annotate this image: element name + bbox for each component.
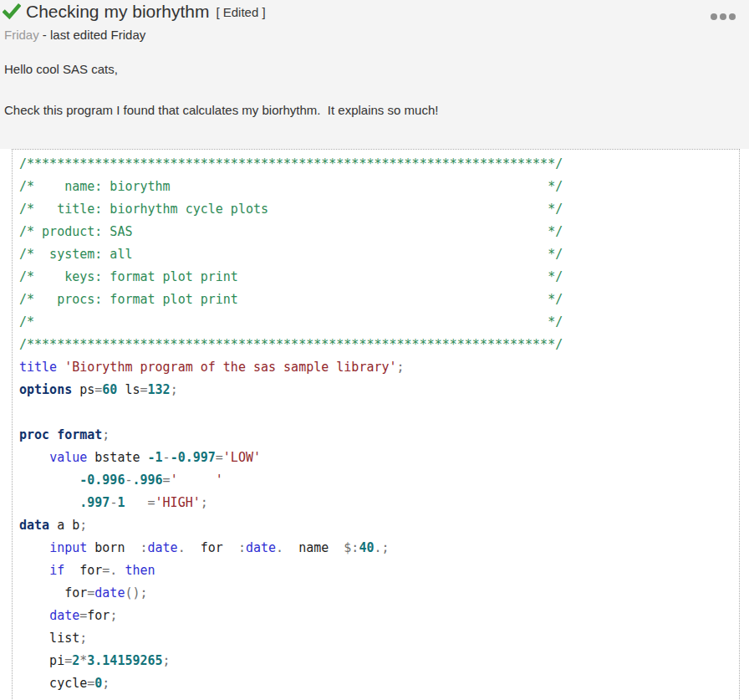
- code-line: pi=2*3.14159265;: [19, 650, 732, 672]
- code-token: /* product: SAS */: [19, 224, 563, 239]
- code-token: .996: [132, 473, 162, 488]
- code-token: ();: [125, 585, 147, 600]
- code-token: 'Biorythm program of the sas sample libr…: [64, 360, 396, 375]
- code-token: /* system: all */: [19, 247, 563, 262]
- code-token: *: [79, 653, 87, 668]
- code-token: -: [163, 450, 171, 465]
- code-token: :: [238, 540, 246, 555]
- code-token: date: [94, 585, 125, 600]
- code-token: bstate: [87, 450, 147, 465]
- code-token: =: [87, 676, 94, 691]
- code-line: data a b;: [19, 514, 732, 537]
- last-edited-note: - last edited Friday: [39, 28, 146, 42]
- code-token: =: [163, 473, 171, 488]
- code-token: /* title: biorhythm cycle plots */: [19, 202, 563, 217]
- code-token: ;: [102, 427, 110, 442]
- post-date: Friday: [4, 28, 39, 42]
- post-paragraph: Hello cool SAS cats,: [4, 62, 118, 76]
- code-token: ;: [397, 360, 405, 375]
- code-line: cycle=0;: [19, 672, 732, 695]
- post-title: Checking my biorhythm: [26, 2, 209, 22]
- code-token: 3.14159265: [87, 653, 162, 668]
- code-line: value bstate -1--0.997='LOW': [19, 447, 732, 469]
- code-line: [19, 401, 732, 424]
- code-token: 0: [94, 676, 102, 691]
- code-token: [57, 360, 64, 375]
- code-token: ;: [171, 382, 178, 397]
- code-token: -0.997: [171, 450, 216, 465]
- code-line: -0.996-.996=' ': [19, 469, 732, 492]
- code-line: date=for;: [19, 605, 732, 627]
- code-token: .: [276, 540, 283, 555]
- code-token: for: [87, 608, 110, 623]
- post-title-row: Checking my biorhythm [ Edited ]: [3, 2, 266, 22]
- code-token: date: [148, 540, 178, 555]
- code-token: 'LOW': [223, 450, 261, 465]
- ellipsis-icon: [711, 13, 717, 20]
- edited-badge: [ Edited ]: [216, 5, 265, 19]
- code-token: ;: [102, 676, 110, 691]
- code-token: options: [19, 382, 72, 397]
- code-token: 2: [72, 653, 79, 668]
- code-line: /***************************************…: [19, 334, 732, 356]
- code-line: input born :date. for :date. name $:40.;: [19, 537, 732, 559]
- code-token: ;: [110, 608, 117, 623]
- code-token: ;: [79, 631, 87, 646]
- ellipsis-icon: [729, 13, 736, 20]
- code-token: ;: [163, 653, 171, 668]
- code-token: list: [19, 631, 79, 646]
- code-token: =: [216, 450, 223, 465]
- code-line: options ps=60 ls=132;: [19, 379, 732, 401]
- code-token: =: [94, 382, 102, 397]
- code-token: .: [178, 540, 186, 555]
- code-token: ls: [117, 382, 140, 397]
- solved-checkmark-icon: [3, 3, 21, 21]
- code-token: proc format: [19, 427, 102, 442]
- code-content: /***************************************…: [13, 150, 739, 698]
- code-token: /***************************************…: [19, 337, 563, 352]
- post-paragraph: Check this program I found that calculat…: [4, 103, 438, 117]
- code-token: [125, 495, 147, 510]
- code-token: born: [87, 540, 140, 555]
- code-token: name: [283, 540, 344, 555]
- code-token: input: [49, 540, 87, 555]
- code-token: /* procs: format plot print */: [19, 292, 563, 307]
- code-token: value: [49, 450, 87, 465]
- code-line: /* keys: format plot print */: [19, 266, 732, 289]
- code-token: for: [186, 540, 238, 555]
- code-token: $:: [344, 540, 359, 555]
- code-token: ' ': [171, 473, 223, 488]
- code-line: title 'Biorythm program of the sas sampl…: [19, 356, 732, 379]
- code-token: /***************************************…: [19, 156, 563, 171]
- code-token: /* */: [19, 314, 563, 330]
- code-token: data: [19, 518, 49, 533]
- code-token: date: [49, 608, 79, 623]
- code-token: for: [64, 563, 102, 578]
- options-menu-button[interactable]: [709, 10, 737, 23]
- code-token: -1: [148, 450, 163, 465]
- code-token: ;: [79, 518, 87, 533]
- code-token: 40: [359, 540, 374, 555]
- code-token: 60: [102, 382, 117, 397]
- code-token: -0.996: [79, 473, 125, 488]
- code-token: =.: [102, 563, 117, 578]
- code-token: if: [49, 563, 64, 578]
- code-line: for=date();: [19, 582, 732, 605]
- code-line: /* title: biorhythm cycle plots */: [19, 198, 732, 221]
- code-token: date: [246, 540, 276, 555]
- code-line: proc format;: [19, 424, 732, 447]
- code-token: [19, 540, 49, 555]
- code-token: .;: [374, 540, 389, 555]
- code-token: /* name: biorythm */: [19, 179, 563, 194]
- code-token: a b: [49, 518, 79, 533]
- ellipsis-icon: [720, 13, 726, 20]
- code-line: /* procs: format plot print */: [19, 289, 732, 311]
- code-token: ;: [201, 495, 208, 510]
- code-line: /* */: [19, 311, 732, 334]
- code-token: .997: [79, 495, 110, 510]
- code-line: /* name: biorythm */: [19, 176, 732, 198]
- code-token: then: [125, 563, 155, 578]
- post-header: Checking my biorhythm [ Edited ] Friday …: [0, 0, 749, 149]
- code-line: /* product: SAS */: [19, 221, 732, 243]
- code-token: title: [19, 360, 57, 375]
